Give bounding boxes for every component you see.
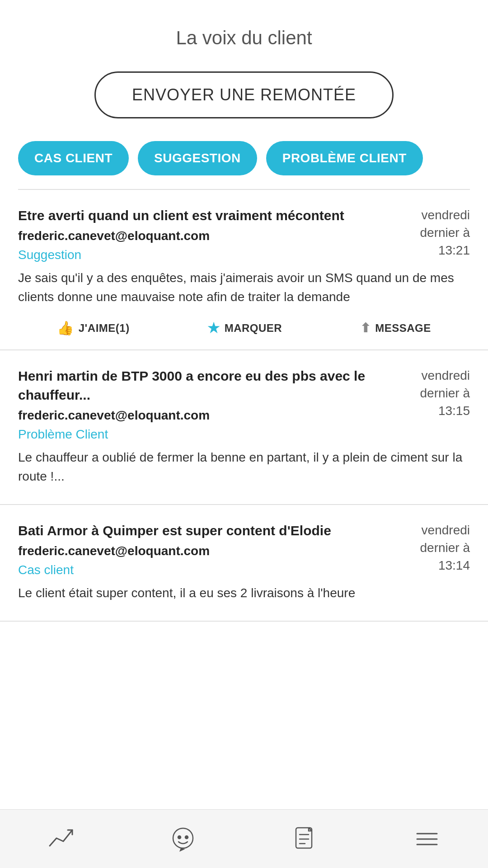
filter-suggestion[interactable]: SUGGESTION — [138, 141, 257, 175]
send-remontee-button[interactable]: ENVOYER UNE REMONTÉE — [94, 71, 394, 118]
feed-item-3-email: frederic.canevet@eloquant.com — [18, 544, 389, 558]
page-title: La voix du client — [0, 0, 488, 62]
feed-item-2-title: Henri martin de BTP 3000 a encore eu des… — [18, 367, 389, 405]
feed-item-2-date: vendredi dernier à 13:15 — [398, 367, 470, 420]
feed-item-2-email: frederic.canevet@eloquant.com — [18, 408, 389, 423]
mark-label: MARQUER — [225, 322, 282, 335]
svg-point-0 — [173, 828, 193, 848]
svg-point-1 — [178, 836, 181, 839]
send-button-container: ENVOYER UNE REMONTÉE — [0, 62, 488, 137]
feed-item-1-email: frederic.canevet@eloquant.com — [18, 229, 389, 243]
feed-item-3: Bati Armor à Quimper est super content d… — [0, 505, 488, 622]
feed-item-1-title: Etre averti quand un client est vraiment… — [18, 206, 389, 225]
menu-icon — [413, 826, 441, 853]
nav-item-document[interactable] — [291, 826, 319, 853]
message-icon: ⬆ — [360, 321, 371, 335]
feed-item-3-body: Le client était super content, il a eu s… — [18, 584, 470, 603]
like-button[interactable]: 👍 J'AIME(1) — [57, 320, 129, 336]
feed-item-2-body: Le chauffeur a oublié de fermer la benne… — [18, 448, 470, 486]
feed-item-1-actions: 👍 J'AIME(1) ★ MARQUER ⬆ MESSAGE — [18, 316, 470, 340]
feed-item-3-tag[interactable]: Cas client — [18, 563, 389, 577]
feed-item-3-date: vendredi dernier à 13:14 — [398, 521, 470, 575]
nav-item-menu[interactable] — [413, 826, 441, 853]
feed-item-1: Etre averti quand un client est vraiment… — [0, 190, 488, 350]
filter-cas-client[interactable]: CAS CLIENT — [18, 141, 129, 175]
like-label: J'AIME(1) — [79, 322, 130, 335]
chart-icon — [47, 826, 75, 853]
feed-item-1-date: vendredi dernier à 13:21 — [398, 206, 470, 259]
mark-button[interactable]: ★ MARQUER — [207, 320, 282, 336]
feed-item-2-tag[interactable]: Problème Client — [18, 427, 389, 442]
like-icon: 👍 — [57, 320, 74, 336]
feed-item-1-body: Je sais qu'il y a des enquêtes, mais j'a… — [18, 269, 470, 307]
message-button[interactable]: ⬆ MESSAGE — [360, 320, 431, 336]
feed-item-3-title: Bati Armor à Quimper est super content d… — [18, 521, 389, 540]
star-icon: ★ — [207, 320, 220, 336]
svg-point-2 — [185, 836, 188, 839]
feed-item-1-tag[interactable]: Suggestion — [18, 248, 389, 262]
message-label: MESSAGE — [375, 322, 431, 335]
filter-probleme-client[interactable]: PROBLÈME CLIENT — [266, 141, 423, 175]
chat-icon — [169, 826, 197, 853]
feed-item-2: Henri martin de BTP 3000 a encore eu des… — [0, 350, 488, 505]
filter-tabs: CAS CLIENT SUGGESTION PROBLÈME CLIENT — [0, 137, 488, 189]
document-icon — [291, 826, 319, 853]
bottom-nav — [0, 809, 488, 868]
nav-item-chat[interactable] — [169, 826, 197, 853]
nav-item-stats[interactable] — [47, 826, 75, 853]
